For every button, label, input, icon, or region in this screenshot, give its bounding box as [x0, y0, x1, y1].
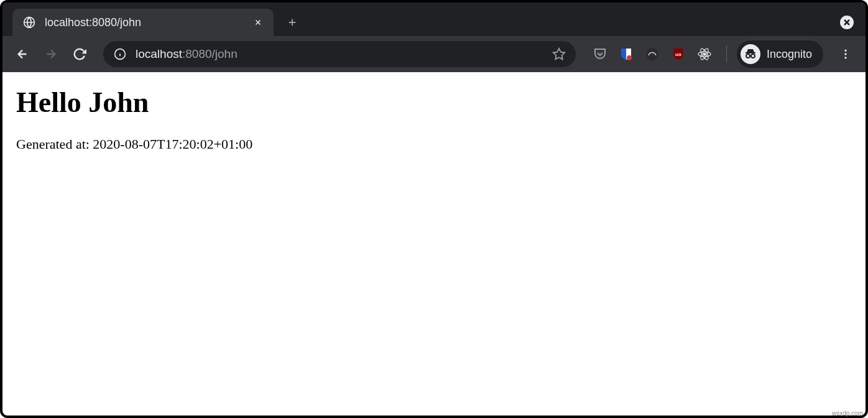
url-text: localhost:8080/john: [136, 47, 543, 61]
close-tab-icon[interactable]: [252, 17, 264, 28]
tab-title: localhost:8080/john: [45, 16, 244, 29]
svg-point-16: [844, 57, 846, 58]
page-content: Hello John Generated at: 2020-08-07T17:2…: [2, 72, 866, 166]
forward-button[interactable]: [40, 43, 62, 65]
tab-bar: localhost:8080/john: [2, 2, 866, 36]
svg-point-7: [703, 53, 706, 55]
svg-text:uo: uo: [675, 52, 681, 57]
toolbar-divider: [726, 45, 727, 63]
generated-timestamp: Generated at: 2020-08-07T17:20:02+01:00: [16, 136, 852, 152]
watermark: wsxdp.com: [832, 410, 863, 417]
info-icon[interactable]: [113, 47, 127, 61]
svg-rect-11: [746, 52, 755, 53]
globe-icon: [22, 16, 36, 29]
browser-chrome: localhost:8080/john: [2, 2, 866, 72]
toolbar: localhost:8080/john: [2, 36, 866, 72]
svg-point-4: [627, 55, 632, 60]
svg-point-14: [844, 50, 846, 52]
incognito-label: Incognito: [767, 48, 812, 61]
active-tab[interactable]: localhost:8080/john: [12, 9, 274, 36]
extensions-area: uo: [588, 46, 716, 62]
incognito-badge[interactable]: Incognito: [737, 40, 823, 68]
ublock-icon[interactable]: uo: [670, 46, 686, 62]
menu-button[interactable]: [834, 43, 857, 65]
new-tab-button[interactable]: [281, 11, 303, 34]
svg-point-13: [751, 54, 755, 58]
incognito-icon: [741, 44, 760, 64]
bookmark-star-icon[interactable]: [552, 47, 566, 61]
react-devtools-icon[interactable]: [696, 46, 713, 62]
url-path: :8080/john: [182, 47, 238, 60]
page-heading: Hello John: [16, 86, 852, 119]
back-button[interactable]: [11, 43, 34, 65]
window-close-button[interactable]: [838, 14, 856, 31]
url-host: localhost: [136, 47, 182, 60]
reload-button[interactable]: [68, 43, 91, 65]
address-bar[interactable]: localhost:8080/john: [103, 41, 576, 67]
svg-point-15: [844, 53, 846, 55]
extension-icon[interactable]: [644, 46, 660, 62]
svg-point-5: [646, 48, 658, 60]
pocket-icon[interactable]: [592, 46, 608, 62]
svg-marker-3: [553, 49, 565, 59]
svg-point-12: [746, 54, 750, 58]
bitwarden-icon[interactable]: [618, 46, 634, 62]
